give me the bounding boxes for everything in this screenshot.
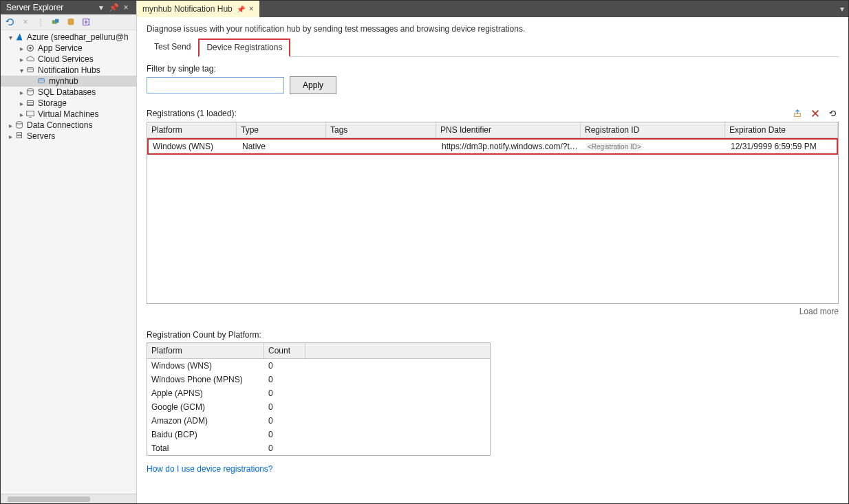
- count-value: 0: [264, 386, 305, 400]
- svg-point-8: [28, 89, 34, 91]
- refresh-registrations-icon[interactable]: [828, 108, 839, 119]
- connect-azure-icon[interactable]: [50, 17, 61, 28]
- tree-item-label: Cloud Services: [38, 54, 98, 64]
- document-area: mynhub Notification Hub 📌 × ▾ Diagnose i…: [137, 1, 848, 503]
- tree-expander-icon[interactable]: ▾: [6, 34, 14, 41]
- tree-expander-icon[interactable]: ▸: [6, 122, 14, 129]
- app-icon: [25, 43, 36, 53]
- registrations-header: Registrations (1 loaded):: [147, 109, 792, 118]
- table-cell: <Registration ID>: [582, 140, 727, 153]
- tree-item[interactable]: ▸Cloud Services: [1, 54, 136, 65]
- svg-point-5: [29, 47, 32, 50]
- tree-expander-icon[interactable]: ▸: [17, 111, 25, 118]
- page-description: Diagnose issues with your notification h…: [147, 24, 839, 34]
- svg-point-11: [17, 122, 23, 124]
- connect-db-icon[interactable]: [65, 17, 76, 28]
- table-cell: Windows (WNS): [149, 140, 238, 153]
- tree-item[interactable]: ▸App Service: [1, 43, 136, 54]
- panel-header: Server Explorer ▾ 📌 ×: [1, 1, 136, 14]
- table-cell: 12/31/9999 6:59:59 PM: [727, 140, 837, 153]
- panel-close-icon[interactable]: ×: [121, 3, 131, 12]
- tab-overflow-icon[interactable]: ▾: [836, 1, 848, 17]
- server-tree[interactable]: ▾Azure (sreedhar_pelluru@h▸App Service▸C…: [1, 30, 136, 494]
- tree-item[interactable]: ▾Notification Hubs: [1, 65, 136, 76]
- tree-item[interactable]: ▸Data Connections: [1, 120, 136, 131]
- tree-expander-icon[interactable]: ▸: [17, 100, 25, 107]
- tree-item[interactable]: ▸Servers: [1, 131, 136, 142]
- table-cell: https://dm3p.notify.windows.com/?to…: [438, 140, 582, 153]
- registrations-grid[interactable]: Platform Type Tags PNS Identifier Regist…: [147, 122, 839, 304]
- tree-item-label: Azure (sreedhar_pelluru@h: [27, 32, 133, 42]
- refresh-icon[interactable]: [5, 17, 16, 28]
- toolbar-separator: |: [35, 17, 46, 28]
- column-type[interactable]: Type: [237, 122, 326, 138]
- tree-item[interactable]: ▸Virtual Machines: [1, 109, 136, 120]
- column-regid[interactable]: Registration ID: [581, 122, 725, 138]
- panel-title: Server Explorer: [6, 3, 94, 12]
- help-link[interactable]: How do I use device registrations?: [147, 464, 839, 474]
- tab-device-registrations[interactable]: Device Registrations: [198, 39, 290, 57]
- tree-item[interactable]: ▸SQL Databases: [1, 87, 136, 98]
- servers-icon: [14, 131, 25, 141]
- tree-item[interactable]: ▾Azure (sreedhar_pelluru@h: [1, 32, 136, 43]
- count-platform: Baidu (BCP): [147, 428, 264, 441]
- hubitem-icon: [36, 76, 47, 86]
- tree-expander-icon[interactable]: ▸: [6, 133, 14, 140]
- count-row: Apple (APNS)0: [147, 386, 490, 400]
- tree-item-label: Data Connections: [27, 120, 96, 130]
- server-explorer-panel: Server Explorer ▾ 📌 × × | ▾Azure (sreedh…: [1, 1, 137, 503]
- panel-dropdown-icon[interactable]: ▾: [96, 3, 106, 12]
- hub-icon: [25, 65, 36, 75]
- count-row: Windows Phone (MPNS)0: [147, 373, 490, 386]
- column-pns[interactable]: PNS Identifier: [436, 122, 581, 138]
- count-col-count[interactable]: Count: [264, 343, 305, 358]
- tree-expander-icon[interactable]: ▸: [17, 45, 25, 52]
- sidebar-scrollbar[interactable]: [1, 494, 136, 503]
- export-icon[interactable]: [792, 108, 803, 119]
- filter-input[interactable]: [147, 77, 284, 94]
- column-expiration[interactable]: Expiration Date: [725, 122, 838, 138]
- count-platform: Windows Phone (MPNS): [147, 373, 264, 386]
- svg-rect-13: [17, 135, 22, 138]
- count-row: Amazon (ADM)0: [147, 414, 490, 428]
- azure-icon: [14, 32, 25, 42]
- count-platform: Windows (WNS): [147, 359, 264, 373]
- connect-service-icon[interactable]: [80, 17, 92, 28]
- table-row[interactable]: Windows (WNS)Nativehttps://dm3p.notify.w…: [147, 138, 838, 155]
- tree-expander-icon[interactable]: ▸: [17, 89, 25, 96]
- document-tab-title: mynhub Notification Hub: [142, 4, 233, 14]
- delete-icon[interactable]: [810, 108, 821, 119]
- vm-icon: [25, 109, 36, 119]
- svg-rect-6: [28, 68, 34, 72]
- cloud-icon: [25, 54, 36, 64]
- count-value: 0: [264, 359, 305, 373]
- tree-expander-icon[interactable]: ▸: [17, 56, 25, 63]
- tree-item[interactable]: mynhub: [1, 76, 136, 87]
- tree-item[interactable]: ▸Storage: [1, 98, 136, 109]
- count-row: Baidu (BCP)0: [147, 428, 490, 441]
- storage-icon: [25, 98, 36, 108]
- tab-close-icon[interactable]: ×: [249, 4, 254, 14]
- count-table: Platform Count Windows (WNS)0Windows Pho…: [147, 342, 491, 456]
- load-more-link[interactable]: Load more: [147, 307, 839, 316]
- count-col-platform[interactable]: Platform: [147, 343, 264, 358]
- apply-button[interactable]: Apply: [290, 76, 336, 94]
- count-value: 0: [264, 414, 305, 428]
- tree-expander-icon[interactable]: ▾: [17, 67, 25, 74]
- document-tab-bar: mynhub Notification Hub 📌 × ▾: [137, 1, 848, 17]
- column-tags[interactable]: Tags: [326, 122, 436, 138]
- svg-rect-1: [55, 19, 58, 23]
- svg-rect-9: [28, 101, 34, 106]
- count-row: Google (GCM)0: [147, 400, 490, 414]
- panel-pin-icon[interactable]: 📌: [109, 3, 118, 12]
- tree-item-label: SQL Databases: [38, 87, 100, 97]
- count-header: Registration Count by Platform:: [147, 330, 839, 340]
- stop-icon[interactable]: ×: [20, 17, 31, 28]
- panel-toolbar: × |: [1, 14, 136, 30]
- data-icon: [14, 120, 25, 130]
- count-row: Total0: [147, 441, 490, 455]
- document-tab[interactable]: mynhub Notification Hub 📌 ×: [137, 1, 259, 17]
- tab-test-send[interactable]: Test Send: [147, 39, 198, 57]
- column-platform[interactable]: Platform: [147, 122, 237, 138]
- tab-pin-icon[interactable]: 📌: [237, 6, 245, 13]
